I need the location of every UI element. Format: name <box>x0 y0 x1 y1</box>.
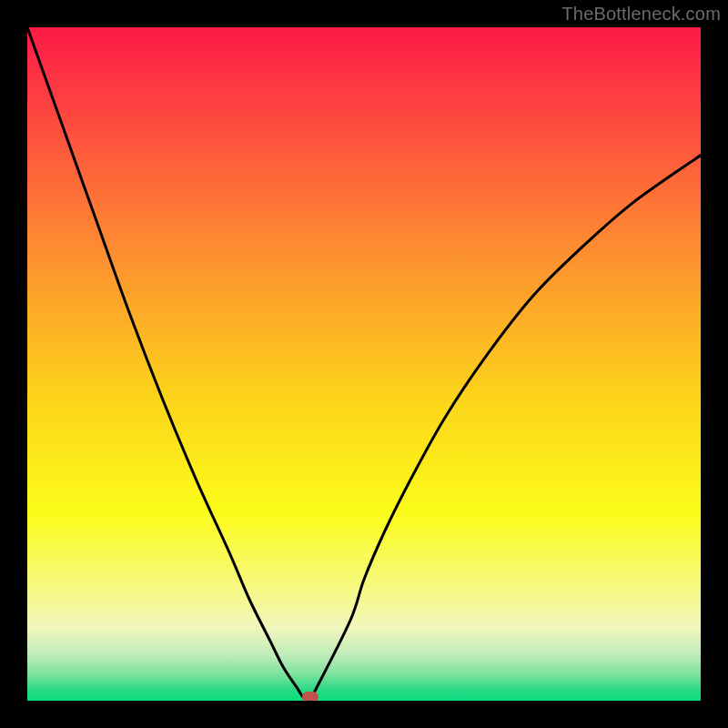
svg-rect-0 <box>27 27 701 701</box>
background-gradient <box>27 27 701 701</box>
watermark-text: TheBottleneck.com <box>561 4 721 25</box>
plot-area <box>27 27 701 701</box>
chart-frame: TheBottleneck.com <box>0 0 728 728</box>
